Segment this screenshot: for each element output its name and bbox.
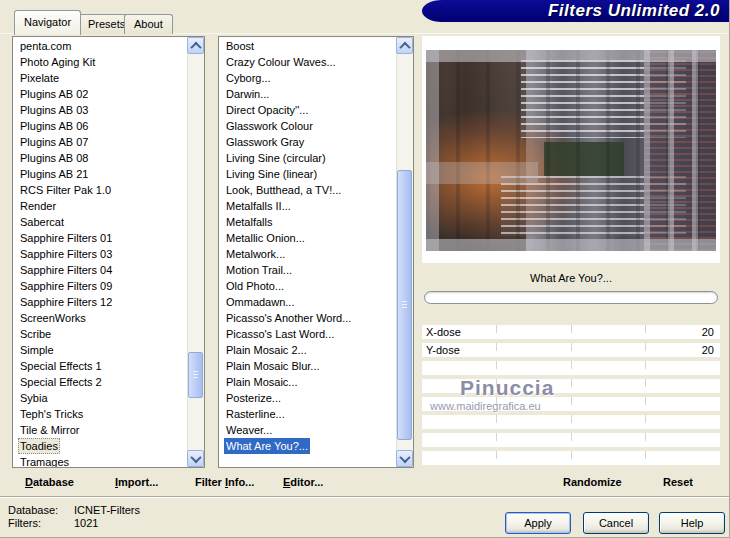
slider-value: 20 [702, 343, 714, 357]
list-item[interactable]: Sapphire Filters 03 [13, 246, 204, 262]
list-item-label: Teph's Tricks [18, 406, 85, 422]
tab-navigator[interactable]: Navigator [14, 10, 81, 35]
list-item[interactable]: Simple [13, 342, 204, 358]
list-item[interactable]: ScreenWorks [13, 310, 204, 326]
list-item[interactable]: Cyborg... [219, 70, 413, 86]
list-item[interactable]: Rasterline... [219, 406, 413, 422]
list-item[interactable]: Special Effects 2 [13, 374, 204, 390]
list-item[interactable]: Plain Mosaic 2... [219, 342, 413, 358]
list-item[interactable]: Posterize... [219, 390, 413, 406]
list-item[interactable]: Old Photo... [219, 278, 413, 294]
scroll-up-button[interactable] [396, 37, 413, 54]
filter-info-button[interactable]: Filter Info... [195, 476, 254, 490]
slider-row-x-dose[interactable]: X-dose20 [422, 325, 720, 339]
list-item[interactable]: Plugins AB 21 [13, 166, 204, 182]
list-item[interactable]: Boost [219, 38, 413, 54]
help-button[interactable]: Help [659, 512, 725, 534]
list-item[interactable]: Teph's Tricks [13, 406, 204, 422]
list-item[interactable]: Toadies [13, 438, 204, 454]
list-item[interactable]: Glasswork Colour [219, 118, 413, 134]
list-item[interactable]: Tile & Mirror [13, 422, 204, 438]
randomize-button[interactable]: Randomize [563, 476, 622, 490]
list-item-label: Glasswork Gray [224, 134, 306, 150]
list-item[interactable]: Sabercat [13, 214, 204, 230]
list-item[interactable]: Picasso's Another Word... [219, 310, 413, 326]
list-item-label: Look, Butthead, a TV!... [224, 182, 343, 198]
list-item[interactable]: Plugins AB 07 [13, 134, 204, 150]
reset-button[interactable]: Reset [663, 476, 693, 490]
list-item[interactable]: Render [13, 198, 204, 214]
filter-scrollbar[interactable] [396, 37, 413, 467]
import-button[interactable]: Import... [115, 476, 158, 490]
status-filters-label: Filters: [8, 517, 74, 530]
list-item[interactable]: Sybia [13, 390, 204, 406]
list-item[interactable]: Motion Trail... [219, 262, 413, 278]
chevron-down-icon [399, 451, 410, 462]
cancel-button[interactable]: Cancel [583, 512, 649, 534]
list-item[interactable]: Metalfalls II... [219, 198, 413, 214]
list-item[interactable]: Sapphire Filters 01 [13, 230, 204, 246]
list-item-label: Metalfalls II... [224, 198, 293, 214]
app-title: Filters Unlimited 2.0 [548, 1, 720, 21]
list-item[interactable]: Tramages [13, 454, 204, 468]
list-item[interactable]: Plugins AB 02 [13, 86, 204, 102]
list-item[interactable]: Plugins AB 06 [13, 118, 204, 134]
list-item[interactable]: Glasswork Gray [219, 134, 413, 150]
category-scrollbar[interactable] [187, 37, 204, 467]
list-item[interactable]: Living Sine (linear) [219, 166, 413, 182]
list-item[interactable]: Look, Butthead, a TV!... [219, 182, 413, 198]
scroll-down-button[interactable] [396, 450, 413, 467]
list-item[interactable]: Sapphire Filters 12 [13, 294, 204, 310]
list-item[interactable]: Plain Mosaic Blur... [219, 358, 413, 374]
list-item-label: Tramages [18, 454, 71, 468]
list-item[interactable]: Plugins AB 08 [13, 150, 204, 166]
scrollbar-thumb[interactable] [188, 352, 203, 398]
list-item[interactable]: Sapphire Filters 04 [13, 262, 204, 278]
list-item-label: penta.com [18, 38, 73, 54]
scrollbar-thumb[interactable] [397, 170, 412, 440]
tab-about[interactable]: About [124, 14, 173, 34]
list-item[interactable]: Picasso's Last Word... [219, 326, 413, 342]
list-item-label: Sapphire Filters 03 [18, 246, 114, 262]
list-item[interactable]: Plugins AB 03 [13, 102, 204, 118]
status-database-label: Database: [8, 504, 74, 517]
list-item[interactable]: Metalwork... [219, 246, 413, 262]
list-item[interactable]: Darwin... [219, 86, 413, 102]
scroll-down-button[interactable] [187, 450, 204, 467]
list-item-label: Glasswork Colour [224, 118, 315, 134]
filter-list[interactable]: BoostCrazy Colour Waves...Cyborg...Darwi… [218, 36, 414, 468]
list-item[interactable]: Direct Opacity''... [219, 102, 413, 118]
scroll-up-button[interactable] [187, 37, 204, 54]
list-item-label: Boost [224, 38, 256, 54]
list-item[interactable]: penta.com [13, 38, 204, 54]
list-item[interactable]: Metalfalls [219, 214, 413, 230]
slider-row-y-dose[interactable]: Y-dose20 [422, 343, 720, 357]
list-item[interactable]: Weaver... [219, 422, 413, 438]
preview-image[interactable] [426, 50, 716, 251]
database-button[interactable]: Database [25, 476, 74, 490]
list-item[interactable]: Photo Aging Kit [13, 54, 204, 70]
list-item[interactable]: Sapphire Filters 09 [13, 278, 204, 294]
list-item-label: Scribe [18, 326, 53, 342]
list-item[interactable]: Metallic Onion... [219, 230, 413, 246]
list-item[interactable]: What Are You?... [219, 438, 413, 454]
list-item-label: Render [18, 198, 58, 214]
list-item-label: Plain Mosaic... [224, 374, 300, 390]
list-item[interactable]: Pixelate [13, 70, 204, 86]
list-item[interactable]: Plain Mosaic... [219, 374, 413, 390]
apply-button[interactable]: Apply [505, 512, 571, 534]
list-item[interactable]: RCS Filter Pak 1.0 [13, 182, 204, 198]
list-item[interactable]: Scribe [13, 326, 204, 342]
list-item-label: Plugins AB 02 [18, 86, 91, 102]
editor-button[interactable]: Editor... [283, 476, 323, 490]
list-item[interactable]: Living Sine (circular) [219, 150, 413, 166]
list-item[interactable]: Special Effects 1 [13, 358, 204, 374]
slider-row-empty [422, 451, 720, 465]
list-item-label: Plugins AB 21 [18, 166, 91, 182]
slider-row-empty [422, 397, 720, 411]
list-item-label: Special Effects 1 [18, 358, 104, 374]
list-item[interactable]: Ommadawn... [219, 294, 413, 310]
list-item-label: Sapphire Filters 01 [18, 230, 114, 246]
category-list[interactable]: penta.comPhoto Aging KitPixelatePlugins … [12, 36, 205, 468]
list-item[interactable]: Crazy Colour Waves... [219, 54, 413, 70]
